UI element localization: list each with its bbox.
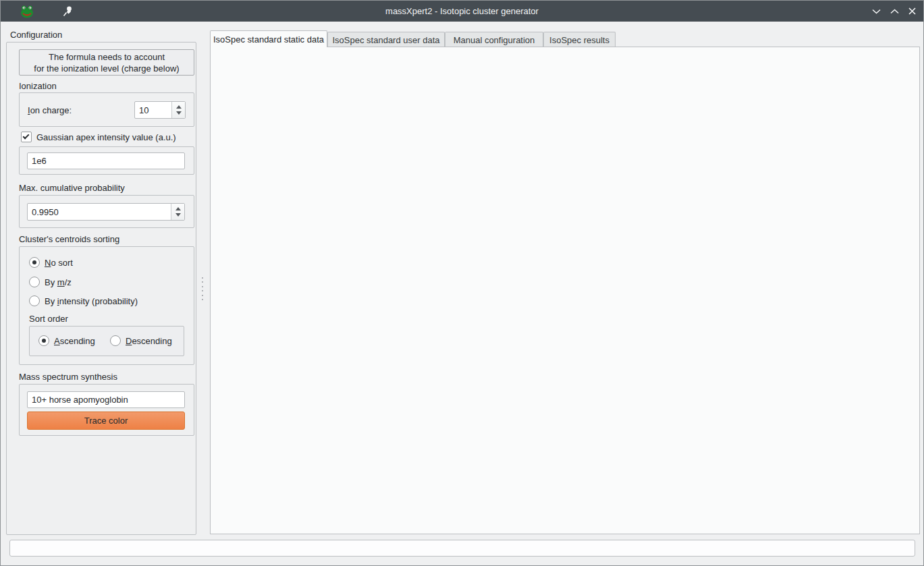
ionization-section-label: Ionization [19,81,57,91]
radio-indicator [29,277,40,287]
tab-panel [210,47,920,534]
configuration-section-title: Configuration [10,30,62,40]
radio-ascending[interactable]: Ascending [38,335,95,346]
tab-isospec-standard-user-data[interactable]: IsoSpec standard user data [327,32,445,47]
ionization-note: The formula needs to account for the ion… [19,49,194,76]
radio-indicator [38,335,49,346]
sorting-section-label: Cluster's centroids sorting [19,234,119,244]
gaussian-checkbox-label: Gaussian apex intensity value (a.u.) [36,132,176,142]
radio-indicator [110,335,121,346]
gaussian-intensity-input[interactable]: 1e6 [27,152,185,169]
tab-manual-configuration[interactable]: Manual configuration [445,32,543,47]
status-bar [9,540,915,557]
ion-charge-label: Ion charge: [28,105,72,115]
minimize-icon[interactable] [870,5,882,17]
radio-descending[interactable]: Descending [110,335,172,346]
sort-order-label: Sort order [29,314,68,324]
max-cum-prob-spinbox[interactable]: 0.9950 [27,203,185,221]
spectrum-name-input[interactable]: 10+ horse apomyoglobin [27,391,185,408]
radio-by-intensity[interactable]: By intensity (probability) [29,295,138,306]
close-icon[interactable] [906,5,918,17]
spinner-arrows-icon[interactable] [171,102,185,118]
radio-indicator [29,295,40,306]
radio-by-mz[interactable]: By m/z [29,277,72,287]
tab-isospec-results[interactable]: IsoSpec results [543,32,616,47]
titlebar[interactable]: massXpert2 - Isotopic cluster generator [1,1,923,22]
spinner-arrows-icon[interactable] [171,204,184,220]
tab-isospec-standard-static-data[interactable]: IsoSpec standard static data [210,30,327,47]
ion-charge-spinbox[interactable]: 10 [134,101,186,119]
app-window: massXpert2 - Isotopic cluster generator … [0,0,924,566]
radio-no-sort[interactable]: No sort [29,257,73,268]
mass-spectrum-section-label: Mass spectrum synthesis [19,372,117,382]
radio-indicator [29,257,40,268]
trace-color-button[interactable]: Trace color [27,412,185,430]
max-cum-prob-label: Max. cumulative probability [19,183,125,193]
maximize-icon[interactable] [888,5,900,17]
window-title: massXpert2 - Isotopic cluster generator [1,1,923,22]
checkmark-icon [23,133,30,140]
splitter-handle[interactable] [201,277,204,300]
gaussian-checkbox[interactable] [21,132,32,144]
